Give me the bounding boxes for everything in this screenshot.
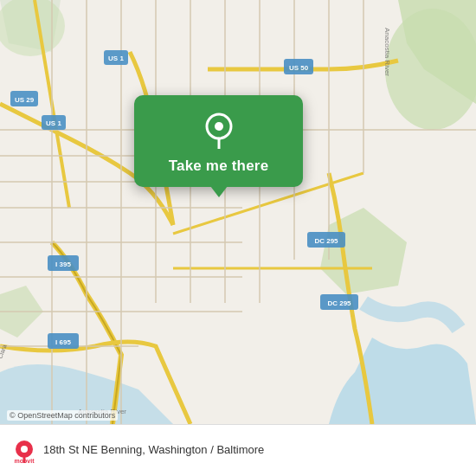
svg-text:moovit: moovit — [15, 458, 35, 463]
svg-text:US 1: US 1 — [108, 55, 124, 62]
address-text: 18th St NE Benning, Washington / Baltimo… — [43, 443, 264, 458]
take-me-there-button[interactable]: Take me there — [169, 158, 269, 175]
svg-point-47 — [215, 122, 223, 131]
svg-point-2 — [385, 9, 476, 130]
map-container: US 29 US 1 US 1 US 50 I 395 I 695 DC 295… — [0, 0, 476, 424]
svg-text:US 29: US 29 — [15, 96, 35, 104]
svg-text:DC 295: DC 295 — [327, 299, 351, 307]
map-attribution: © OpenStreetMap contributors — [7, 410, 118, 421]
svg-text:Anacostia River: Anacostia River — [383, 28, 391, 76]
location-pin-icon — [200, 111, 238, 149]
svg-point-49 — [21, 446, 28, 453]
svg-text:US 50: US 50 — [289, 64, 309, 72]
popup-card: Take me there — [134, 95, 303, 187]
svg-text:US 1: US 1 — [46, 119, 61, 127]
map-svg: US 29 US 1 US 1 US 50 I 395 I 695 DC 295… — [0, 0, 476, 424]
svg-text:I 695: I 695 — [55, 338, 71, 346]
svg-text:I 395: I 395 — [55, 261, 71, 268]
moovit-logo: moovit — [12, 439, 36, 463]
app: US 29 US 1 US 1 US 50 I 395 I 695 DC 295… — [0, 0, 476, 476]
location-info: moovit 18th St NE Benning, Washington / … — [12, 439, 264, 463]
bottom-bar: moovit 18th St NE Benning, Washington / … — [0, 424, 476, 476]
svg-text:DC 295: DC 295 — [314, 237, 338, 245]
